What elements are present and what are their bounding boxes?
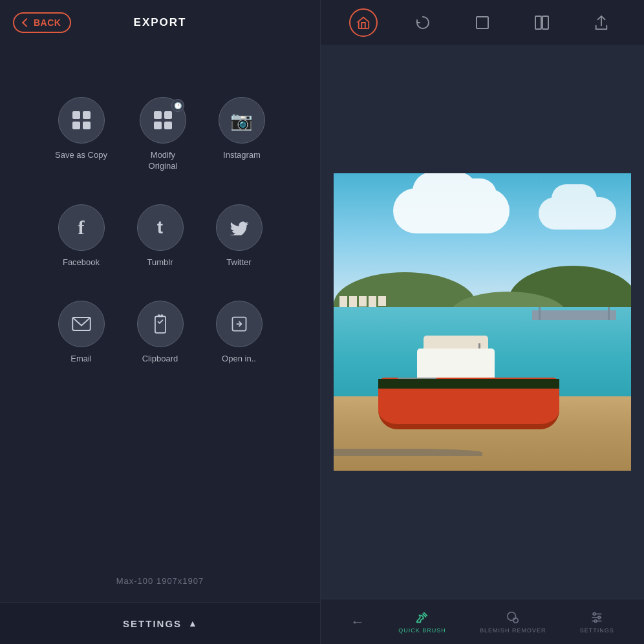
- grid-cell: [72, 111, 80, 119]
- settings-tool-label: SETTINGS: [580, 627, 614, 634]
- bottom-info: Max-100 1907x1907: [116, 576, 204, 586]
- share-button[interactable]: [587, 8, 616, 37]
- instagram-label: Instagram: [223, 150, 261, 161]
- clipboard-label: Clipboard: [142, 354, 178, 365]
- svg-point-12: [594, 612, 596, 615]
- export-item-twitter[interactable]: Twitter: [216, 204, 263, 268]
- rotate-button[interactable]: [409, 8, 437, 37]
- clipboard-icon: [152, 314, 169, 334]
- photo-canvas: [334, 173, 631, 471]
- email-label: Email: [70, 354, 92, 365]
- open-in-icon-circle: [216, 301, 263, 347]
- export-item-clipboard[interactable]: Clipboard: [137, 301, 184, 365]
- modify-original-icon-circle: 🕐: [140, 97, 186, 144]
- email-icon-circle: [58, 301, 105, 347]
- instagram-icon: 📷: [230, 110, 253, 131]
- svg-rect-4: [535, 16, 541, 29]
- open-in-label: Open in..: [222, 354, 256, 365]
- grid-cell: [154, 122, 162, 129]
- back-tool[interactable]: ←: [350, 614, 365, 630]
- settings-tool[interactable]: SETTINGS: [580, 610, 614, 634]
- split-button[interactable]: [528, 8, 556, 37]
- home-icon: [356, 16, 370, 30]
- export-item-instagram[interactable]: 📷 Instagram: [219, 97, 265, 172]
- export-row-2: f Facebook t Tumblr Twitter: [0, 204, 320, 268]
- facebook-icon: f: [78, 217, 85, 239]
- twitter-icon: [230, 220, 249, 235]
- left-header: BACK EXPORT: [0, 0, 320, 45]
- export-row-3: Email Clipboard: [0, 301, 320, 365]
- svg-line-8: [513, 617, 514, 618]
- settings-label: SETTINGS: [123, 618, 182, 629]
- grid-icon: [154, 111, 172, 129]
- twitter-label: Twitter: [226, 257, 251, 268]
- svg-rect-3: [477, 17, 488, 28]
- building: [359, 296, 367, 306]
- beach-pebbles: [334, 449, 482, 456]
- share-icon: [594, 15, 608, 30]
- export-item-tumblr[interactable]: t Tumblr: [137, 204, 184, 268]
- svg-point-14: [595, 619, 597, 622]
- export-item-modify-original[interactable]: 🕐 ModifyOriginal: [140, 97, 186, 172]
- back-button[interactable]: BACK: [13, 12, 71, 33]
- settings-sliders-icon: [590, 610, 604, 625]
- instagram-icon-circle: 📷: [219, 97, 265, 144]
- grid-cell: [72, 122, 80, 129]
- export-item-email[interactable]: Email: [58, 301, 105, 365]
- quick-brush-tool[interactable]: QUICK BRUSH: [398, 610, 446, 634]
- chevron-left-icon: [22, 18, 31, 27]
- quick-brush-icon: [415, 610, 429, 625]
- clock-badge-icon: 🕐: [171, 99, 184, 112]
- twitter-icon-circle: [216, 204, 263, 251]
- building: [378, 296, 386, 306]
- tumblr-label: Tumblr: [147, 257, 173, 268]
- grid-cell: [154, 111, 162, 119]
- boat-railing: [398, 378, 436, 379]
- crop-button[interactable]: [468, 8, 497, 37]
- right-header: [321, 0, 644, 45]
- split-icon: [534, 15, 550, 30]
- right-bottom-bar: ← QUICK BRUSH BLEMISH REMOVER: [321, 599, 644, 644]
- facebook-icon-circle: f: [58, 204, 105, 251]
- save-copy-label: Save as Copy: [55, 150, 107, 161]
- back-label: BACK: [34, 17, 61, 28]
- boat: [378, 345, 559, 429]
- svg-point-7: [513, 617, 518, 622]
- open-in-icon: [230, 315, 248, 333]
- chevron-up-icon: ▲: [188, 618, 197, 628]
- cloud-2: [539, 197, 616, 230]
- grid-cell: [164, 111, 172, 119]
- modify-original-label: ModifyOriginal: [149, 150, 178, 172]
- facebook-label: Facebook: [63, 257, 100, 268]
- export-item-facebook[interactable]: f Facebook: [58, 204, 105, 268]
- rotate-icon: [415, 15, 431, 30]
- export-panel: BACK EXPORT Save as Copy: [0, 0, 321, 644]
- building: [339, 296, 347, 308]
- export-grid: Save as Copy 🕐 ModifyOriginal 📷: [0, 97, 320, 397]
- blemish-remover-tool[interactable]: BLEMISH REMOVER: [480, 610, 546, 634]
- svg-rect-5: [542, 16, 548, 29]
- blemish-remover-icon: [506, 610, 520, 625]
- svg-point-6: [508, 612, 516, 620]
- svg-point-13: [598, 616, 601, 619]
- photo-container: [334, 173, 631, 471]
- home-button[interactable]: [349, 8, 378, 37]
- clipboard-icon-circle: [137, 301, 184, 347]
- tumblr-icon-circle: t: [137, 204, 184, 251]
- export-row-1: Save as Copy 🕐 ModifyOriginal 📷: [0, 97, 320, 172]
- export-item-save-copy[interactable]: Save as Copy: [55, 97, 107, 172]
- boat-stripes: [378, 379, 559, 389]
- grid-icon: [72, 111, 91, 129]
- cloud-1: [393, 188, 510, 233]
- save-copy-icon-circle: [58, 97, 105, 144]
- settings-bar[interactable]: SETTINGS ▲: [0, 602, 320, 644]
- svg-rect-1: [155, 316, 165, 332]
- grid-cell: [164, 122, 172, 129]
- export-title: EXPORT: [134, 16, 187, 29]
- back-arrow-icon: ←: [350, 614, 365, 630]
- quick-brush-label: QUICK BRUSH: [398, 627, 446, 634]
- export-item-open-in[interactable]: Open in..: [216, 301, 263, 365]
- boat-hull: [378, 378, 559, 429]
- right-panel: ← QUICK BRUSH BLEMISH REMOVER: [321, 0, 644, 644]
- tumblr-icon: t: [157, 217, 163, 238]
